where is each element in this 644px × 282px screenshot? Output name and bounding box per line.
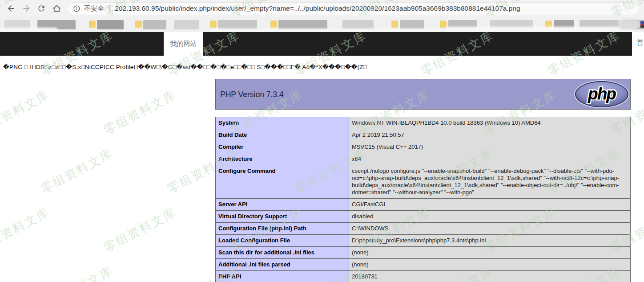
forward-button[interactable]: [19, 2, 34, 15]
redaction-smudge: [209, 29, 440, 32]
site-tab-label: 我的网站: [170, 40, 197, 48]
watermark-text: 零组资料文库: [38, 145, 116, 197]
bookmark-folder-icon[interactable]: [270, 21, 277, 28]
address-separator: |: [109, 4, 110, 12]
phpinfo-row-label: PHP API: [216, 271, 349, 282]
browser-toolbar: 不安全 | 202.193.60.95/public/index.php/ind…: [0, 0, 644, 17]
phpinfo-row: Loaded Configuration File D:\phpstudy_pr…: [216, 235, 631, 247]
phpinfo-row-value: 20180731: [349, 271, 631, 282]
phpinfo-row-label: Virtual Directory Support: [216, 211, 349, 223]
phpinfo-row-label: Compiler: [216, 141, 349, 153]
site-nav-bar: 我的网站: [0, 32, 632, 56]
phpinfo-header: PHP Version 7.3.4 php: [215, 79, 631, 110]
home-icon: [52, 4, 61, 13]
home-button[interactable]: [49, 2, 64, 15]
cutoff-bookmark-icon[interactable]: [640, 21, 644, 28]
nav-link-home-partial[interactable]: 首: [636, 38, 644, 48]
redacted-bookmark[interactable]: [174, 20, 199, 29]
refresh-button[interactable]: [34, 2, 49, 15]
address-bar[interactable]: 不安全 | 202.193.60.95/public/index.php/ind…: [67, 2, 640, 15]
phpinfo-row-value: cscript /nologo configure.js "--enable-s…: [349, 165, 631, 199]
info-icon[interactable]: [73, 5, 80, 12]
phpinfo-row-value: (none): [349, 259, 631, 271]
bookmark-folder-icon[interactable]: [210, 21, 217, 28]
redaction-smudge: [618, 20, 640, 29]
watermark-text: 零组资料文库: [0, 204, 52, 256]
redaction-smudge: [0, 28, 58, 32]
bookmarks-bar: [0, 17, 644, 32]
bookmark-folder-icon[interactable]: [440, 21, 447, 28]
phpinfo-row-label: Scan this dir for additional .ini files: [216, 247, 349, 259]
bookmark-folder-icon[interactable]: [391, 21, 398, 28]
phpinfo-row: Virtual Directory Support disabled: [216, 211, 631, 223]
php-version-title: PHP Version 7.3.4: [220, 90, 284, 99]
phpinfo-row-label: Configure Command: [216, 165, 349, 199]
phpinfo-row-value: (none): [349, 247, 631, 259]
phpinfo-row: Additional .ini files parsed (none): [216, 259, 631, 271]
phpinfo-row-value: Apr 2 2019 21:50:57: [349, 129, 631, 141]
watermark-text: 零组资料文库: [0, 86, 52, 138]
phpinfo-row-value: x64: [349, 153, 631, 165]
redaction-smudge: [445, 27, 636, 32]
phpinfo-row: System Windows NT WIN-IBLAQPH1BD4 10.0 b…: [216, 117, 631, 129]
redacted-bookmark[interactable]: [143, 20, 166, 29]
watermark-text: 零组资料文库: [38, 263, 116, 282]
bookmark-folder-icon[interactable]: [135, 21, 142, 28]
php-logo-icon: php: [575, 81, 628, 107]
redacted-bookmark[interactable]: [400, 20, 424, 29]
phpinfo-row-value: Windows NT WIN-IBLAQPH1BD4 10.0 build 18…: [349, 117, 631, 129]
redacted-bookmark[interactable]: [97, 20, 124, 29]
back-button[interactable]: [4, 2, 19, 15]
bookmark-folder-icon[interactable]: [89, 21, 96, 28]
phpinfo-row: Server API CGI/FastCGI: [216, 199, 631, 211]
phpinfo-row: PHP API 20180731: [216, 271, 631, 282]
phpinfo-row-label: Additional .ini files parsed: [216, 259, 349, 271]
phpinfo-panel: PHP Version 7.3.4 php System Windows NT …: [215, 79, 631, 282]
phpinfo-row-label: Configuration File (php.ini) Path: [216, 223, 349, 235]
watermark-text: 零组资料文库: [101, 86, 179, 138]
phpinfo-row-value: MSVC15 (Visual C++ 2017): [349, 141, 631, 153]
security-status-label[interactable]: 不安全: [84, 4, 104, 13]
phpinfo-row-label: Build Date: [216, 129, 349, 141]
phpinfo-row: Configuration File (php.ini) Path C:\WIN…: [216, 223, 631, 235]
php-logo-text: php: [588, 85, 616, 103]
watermark-text: 零组资料文库: [101, 204, 179, 256]
phpinfo-row: Compiler MSVC15 (Visual C++ 2017): [216, 141, 631, 153]
url-text[interactable]: 202.193.60.95/public/index.php/index/use…: [115, 4, 520, 12]
redacted-bookmark[interactable]: [278, 20, 327, 29]
phpinfo-row-label: Loaded Configuration File: [216, 235, 349, 247]
refresh-icon: [37, 4, 46, 13]
phpinfo-row-label: System: [216, 117, 349, 129]
phpinfo-row-value: D:\phpstudy_pro\Extensions\php\php7.3.4n…: [349, 235, 631, 247]
forward-arrow-icon: [21, 4, 31, 13]
phpinfo-row-value: CGI/FastCGI: [349, 199, 631, 211]
phpinfo-row-label: Server API: [216, 199, 349, 211]
phpinfo-row-value: disabled: [349, 211, 631, 223]
phpinfo-row-value: C:\WINDOWS: [349, 223, 631, 235]
phpinfo-row-label: Architecture: [216, 153, 349, 165]
phpinfo-row: Build Date Apr 2 2019 21:50:57: [216, 129, 631, 141]
back-arrow-icon: [6, 4, 16, 13]
garbled-png-text: �PNG □ IHDR□z□z□□�S;x□NiCCPICC ProfileH�…: [3, 63, 367, 70]
phpinfo-row: Configure Command cscript /nologo config…: [216, 165, 631, 199]
phpinfo-row: Scan this dir for additional .ini files …: [216, 247, 631, 259]
phpinfo-table: System Windows NT WIN-IBLAQPH1BD4 10.0 b…: [215, 117, 631, 282]
phpinfo-table-body: System Windows NT WIN-IBLAQPH1BD4 10.0 b…: [216, 117, 631, 282]
redacted-bookmark[interactable]: [342, 20, 374, 29]
site-tab-my-website[interactable]: 我的网站: [164, 32, 203, 56]
phpinfo-row: Architecture x64: [216, 153, 631, 165]
redacted-bookmark[interactable]: [218, 20, 257, 29]
